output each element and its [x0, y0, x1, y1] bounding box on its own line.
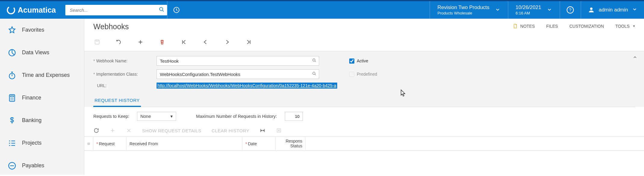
delete-button[interactable] — [158, 38, 166, 46]
max-requests-input[interactable] — [285, 112, 303, 121]
prev-record-button[interactable] — [202, 38, 209, 46]
last-record-button[interactable] — [245, 38, 252, 46]
acumatica-icon — [7, 6, 15, 14]
minus-circle-icon — [8, 161, 17, 170]
collapse-panel-button[interactable] — [633, 55, 637, 61]
first-record-button[interactable] — [180, 38, 187, 46]
svg-text:?: ? — [569, 7, 571, 12]
form-panel: *Webhook Name: Active *Implementation Cl… — [84, 51, 644, 151]
chevron-down-icon — [495, 7, 500, 13]
svg-point-12 — [12, 98, 13, 99]
tab-request-history[interactable]: REQUEST HISTORY — [93, 95, 141, 107]
help-button[interactable]: ? — [560, 1, 581, 19]
sidebar-item-label: Data Views — [22, 49, 49, 56]
column-selector-button[interactable] — [84, 137, 93, 150]
stopwatch-icon — [8, 71, 17, 80]
business-date-selector[interactable]: 10/26/2021 6:16 AM — [508, 1, 560, 19]
tabs: REQUEST HISTORY — [84, 89, 644, 107]
sidebar-item-banking[interactable]: Banking — [0, 109, 84, 132]
svg-point-16 — [13, 99, 14, 100]
sidebar-item-payables[interactable]: Payables — [0, 154, 84, 176]
sidebar-item-label: Favorites — [22, 27, 44, 33]
chevron-down-icon — [547, 7, 552, 13]
url-value[interactable]: http://localhost/WebHooks/Webhooks/WebHo… — [157, 83, 379, 89]
business-date: 10/26/2021 — [516, 4, 541, 11]
active-label: Active — [357, 58, 368, 63]
history-button[interactable] — [167, 1, 185, 19]
caret-down-icon: ▾ — [633, 24, 635, 28]
refresh-grid-button[interactable] — [93, 127, 99, 134]
grid-toolbar: SHOW REQUEST DETAILS CLEAR HISTORY — [84, 124, 644, 137]
url-label: URL: — [93, 83, 157, 88]
search-wrap — [62, 1, 167, 19]
notes-link[interactable]: NOTES — [513, 24, 535, 29]
company-name: Revision Two Products — [437, 4, 490, 11]
export-button — [276, 127, 282, 134]
sidebar-item-label: Projects — [22, 140, 42, 146]
note-icon — [513, 24, 518, 29]
search-box[interactable] — [65, 5, 167, 15]
predefined-checkbox — [349, 72, 354, 77]
svg-point-14 — [11, 99, 11, 100]
sidebar-item-data-views[interactable]: Data Views — [0, 41, 84, 64]
history-controls: Requests to Keep: None ▾ Maximum Number … — [84, 107, 644, 124]
svg-rect-26 — [88, 143, 90, 145]
sidebar-item-time-expenses[interactable]: Time and Expenses — [0, 64, 84, 86]
customization-link[interactable]: CUSTOMIZATION — [569, 24, 604, 29]
company-sub: Products Wholesale — [437, 11, 490, 16]
svg-point-6 — [590, 8, 593, 10]
company-selector[interactable]: Revision Two Products Products Wholesale — [430, 1, 508, 19]
fit-columns-button[interactable] — [260, 127, 266, 134]
page-title: Webhooks — [93, 22, 129, 31]
add-row-button — [110, 127, 116, 134]
sidebar-item-projects[interactable]: Projects — [0, 132, 84, 154]
brand-logo[interactable]: Acumatica — [0, 1, 62, 19]
webhook-name-field[interactable] — [157, 56, 319, 66]
implementation-class-field[interactable] — [157, 69, 319, 79]
files-link[interactable]: FILES — [546, 24, 558, 29]
search-input[interactable] — [65, 8, 167, 13]
sidebar-item-label: Payables — [22, 162, 44, 169]
svg-rect-19 — [95, 40, 99, 44]
svg-point-23 — [313, 72, 315, 74]
svg-point-21 — [313, 59, 315, 61]
sidebar-item-finance[interactable]: Finance — [0, 86, 84, 109]
active-checkbox-row[interactable]: Active — [337, 58, 635, 64]
active-checkbox[interactable] — [349, 58, 354, 64]
add-button[interactable] — [137, 38, 144, 46]
tasks-icon — [8, 139, 17, 148]
delete-row-button — [126, 127, 132, 134]
implementation-class-input[interactable] — [157, 69, 319, 79]
chevron-down-icon — [632, 7, 637, 14]
predefined-checkbox-row: Predefined — [337, 72, 635, 77]
lookup-icon[interactable] — [312, 71, 317, 77]
page-links: NOTES FILES CUSTOMIZATION TOOLS▾ — [513, 22, 635, 29]
content: Webhooks NOTES FILES CUSTOMIZATION TOOLS… — [84, 19, 644, 175]
next-record-button[interactable] — [223, 38, 231, 46]
col-date[interactable]: *Date — [242, 137, 275, 150]
col-response-status[interactable]: ResponsStatus — [275, 137, 306, 150]
requests-to-keep-select[interactable]: None ▾ — [137, 112, 176, 121]
sidebar-item-favorites[interactable]: Favorites — [0, 19, 84, 41]
save-button — [93, 38, 101, 46]
undo-button[interactable] — [115, 38, 122, 46]
svg-rect-10 — [11, 96, 14, 97]
search-icon[interactable] — [159, 7, 165, 14]
user-icon — [588, 6, 595, 14]
show-request-details-button: SHOW REQUEST DETAILS — [142, 128, 201, 133]
caret-down-icon: ▾ — [170, 114, 173, 119]
pie-icon — [8, 48, 17, 57]
col-request[interactable]: *Request — [93, 137, 126, 150]
business-time: 6:16 AM — [516, 11, 541, 16]
webhook-name-input[interactable] — [157, 56, 319, 66]
record-toolbar — [84, 31, 644, 51]
sidebar: Favorites Data Views Time and Expenses F… — [0, 19, 84, 175]
lookup-icon[interactable] — [312, 58, 317, 64]
clear-history-button: CLEAR HISTORY — [212, 128, 250, 133]
col-received-from[interactable]: Received From — [126, 137, 242, 150]
tools-menu[interactable]: TOOLS▾ — [615, 24, 635, 29]
user-menu[interactable]: admin admin — [581, 1, 644, 19]
sidebar-item-label: Finance — [22, 95, 41, 101]
svg-point-1 — [160, 7, 163, 11]
dollar-icon — [8, 116, 17, 125]
